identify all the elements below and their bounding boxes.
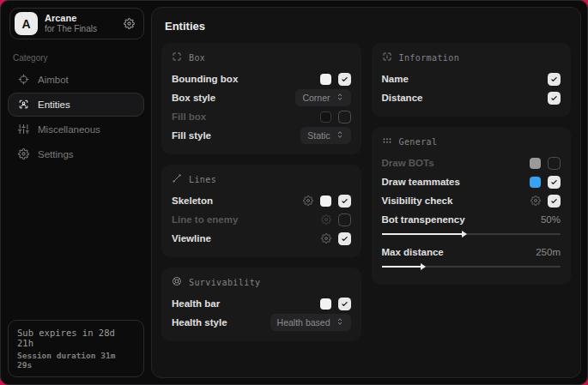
fill-style-value: Static — [307, 130, 330, 141]
max-distance-label-row: Max distance 250m — [382, 243, 561, 262]
health-style-select[interactable]: Health based — [270, 314, 351, 331]
max-distance-slider[interactable] — [382, 262, 561, 271]
box-card: Box Bounding box Box style Corner — [161, 43, 361, 154]
visibility-check-checkbox[interactable] — [548, 195, 561, 208]
lifebuoy-icon — [172, 276, 182, 288]
setting-label: Draw teammates — [382, 177, 460, 187]
fill-style-select[interactable]: Static — [300, 127, 350, 144]
visibility-check-row: Visibility check — [382, 191, 561, 210]
dots-grid-icon — [382, 135, 392, 147]
box-style-select[interactable]: Corner — [295, 89, 350, 106]
draw-bots-row: Draw BOTs — [382, 153, 561, 172]
lines-card-header: Lines — [172, 173, 351, 185]
bot-transparency-value: 50% — [541, 214, 561, 225]
info-scan-icon — [382, 51, 392, 63]
sliders-icon — [18, 123, 29, 136]
fill-box-checkbox[interactable] — [338, 111, 351, 123]
viewline-gear-icon[interactable] — [321, 233, 331, 244]
setting-label: Skeleton — [172, 196, 213, 206]
name-row: Name — [382, 69, 561, 88]
general-card-title: General — [399, 137, 438, 147]
setting-label: Name — [382, 74, 409, 84]
bot-transparency-slider[interactable] — [382, 230, 561, 238]
survivability-card: Survivability Health bar Health style He… — [161, 268, 361, 341]
distance-row: Distance — [382, 88, 561, 107]
setting-label: Draw BOTs — [382, 158, 434, 168]
viewline-row: Viewline — [172, 229, 351, 248]
setting-label: Health style — [172, 317, 227, 328]
lines-card: Lines Skeleton Line to enemy — [161, 165, 361, 257]
survivability-card-title: Survivability — [189, 278, 260, 287]
sidebar-item-label: Miscellaneous — [38, 124, 100, 135]
draw-teammates-row: Draw teammates — [382, 172, 561, 191]
desktop-background: A Arcane for The Finals Category Aimbot … — [0, 0, 588, 385]
survivability-card-header: Survivability — [172, 276, 351, 288]
sidebar-item-entities[interactable]: Entities — [8, 93, 144, 117]
setting-label: Distance — [382, 93, 423, 103]
category-label: Category — [13, 53, 151, 63]
sidebar-item-miscellaneous[interactable]: Miscellaneous — [8, 117, 144, 141]
page-title: Entities — [152, 8, 580, 43]
max-distance-value: 250m — [536, 247, 561, 257]
entity-scan-icon — [18, 99, 29, 111]
setting-label: Bot transpenency — [382, 214, 465, 225]
unfold-icon — [336, 317, 344, 328]
draw-bots-checkbox[interactable] — [548, 157, 561, 170]
app-logo-letter: A — [21, 17, 30, 31]
draw-teammates-checkbox[interactable] — [548, 176, 561, 189]
sidebar-item-aimbot[interactable]: Aimbot — [8, 68, 144, 92]
sidebar-item-label: Aimbot — [38, 75, 69, 85]
bounding-box-color-swatch[interactable] — [320, 74, 331, 85]
sidebar-item-settings[interactable]: Settings — [8, 142, 144, 166]
gear-icon — [18, 148, 29, 161]
setting-label: Box style — [172, 93, 215, 103]
setting-label: Viewline — [172, 233, 211, 244]
app-subtitle: for The Finals — [45, 24, 97, 34]
bounding-box-checkbox[interactable] — [338, 73, 351, 86]
general-card: General Draw BOTs Draw teammates — [372, 127, 572, 285]
skeleton-color-swatch[interactable] — [320, 196, 331, 207]
card-columns: Box Bounding box Box style Corner — [152, 43, 580, 352]
unfold-icon — [336, 93, 344, 103]
slider-fill-thumb[interactable] — [382, 266, 421, 268]
setting-label: Bounding box — [172, 74, 238, 84]
health-bar-color-swatch[interactable] — [320, 298, 331, 310]
app-name: Arcane — [45, 13, 97, 24]
health-bar-checkbox[interactable] — [338, 298, 351, 310]
health-style-row: Health style Health based — [172, 313, 351, 332]
skeleton-gear-icon[interactable] — [303, 196, 313, 206]
fill-box-color-swatch[interactable] — [320, 111, 331, 123]
unfold-icon — [336, 130, 344, 141]
sidebar-nav: Aimbot Entities Miscellaneous Settings — [1, 68, 151, 166]
setting-label: Visibility check — [382, 196, 453, 206]
viewline-checkbox[interactable] — [338, 232, 351, 245]
app-window: A Arcane for The Finals Category Aimbot … — [0, 0, 588, 385]
lines-card-title: Lines — [189, 175, 216, 184]
skeleton-checkbox[interactable] — [338, 195, 351, 208]
fill-style-row: Fill style Static — [172, 126, 351, 145]
name-checkbox[interactable] — [548, 73, 561, 86]
information-card-header: Information — [382, 51, 561, 63]
health-bar-row: Health bar — [172, 294, 351, 313]
slider-fill-thumb[interactable] — [382, 233, 463, 235]
left-column: Box Bounding box Box style Corner — [161, 43, 361, 352]
app-header: A Arcane for The Finals — [9, 8, 144, 39]
app-logo: A — [15, 12, 38, 35]
right-column: Information Name Distance — [372, 43, 572, 295]
box-style-row: Box style Corner — [172, 88, 351, 107]
setting-label: Fill style — [172, 130, 211, 141]
draw-teammates-color-swatch[interactable] — [530, 177, 541, 188]
line-to-enemy-gear-icon[interactable] — [321, 214, 331, 225]
line-to-enemy-row: Line to enemy — [172, 210, 351, 229]
bot-transparency-label-row: Bot transpenency 50% — [382, 210, 561, 229]
distance-checkbox[interactable] — [548, 92, 561, 105]
account-gear-icon[interactable] — [124, 18, 135, 29]
bounding-box-row: Bounding box — [172, 69, 351, 88]
line-to-enemy-checkbox[interactable] — [338, 214, 351, 226]
sidebar-item-label: Entities — [38, 99, 70, 110]
visibility-check-gear-icon[interactable] — [530, 196, 541, 206]
box-card-title: Box — [189, 53, 205, 63]
draw-bots-color-swatch[interactable] — [530, 158, 541, 169]
crosshair-icon — [18, 74, 29, 87]
session-duration-text: Session duration 31m 29s — [17, 351, 135, 370]
